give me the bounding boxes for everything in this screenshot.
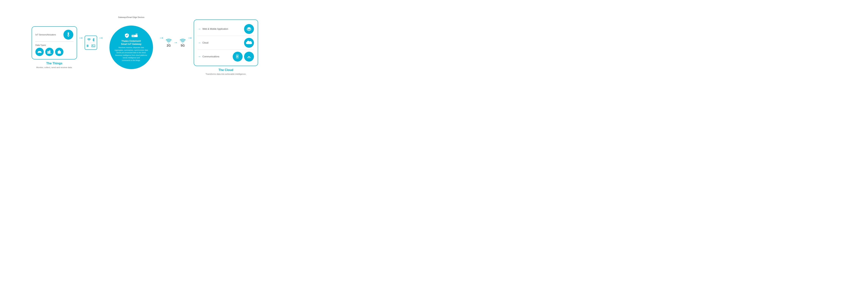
svg-point-38 <box>249 56 250 57</box>
comm-icon2 <box>244 52 254 62</box>
cloud-div2 <box>198 50 254 50</box>
data-types-icons <box>35 48 73 56</box>
cloud-section: → Web & Mobile Application → Clo <box>194 20 258 75</box>
module-row1 <box>87 38 95 42</box>
arrow-comm: → <box>198 55 201 58</box>
house-icon <box>55 48 63 56</box>
comm-icons <box>233 52 254 62</box>
gateway-module <box>85 36 97 50</box>
5g-badge: 5G <box>179 38 186 47</box>
svg-point-27 <box>133 36 134 36</box>
gateway-circle-container: Thales Cinterion®Smart IoT Gateway Recei… <box>106 23 156 72</box>
iot-diagram: IoT Sensors/Actuators Data Type <box>0 0 290 95</box>
2g-label: 2G <box>167 44 170 47</box>
cloud-div1 <box>198 36 254 36</box>
car-icon <box>35 48 44 56</box>
cloud-box: → Web & Mobile Application → Clo <box>194 20 258 66</box>
gw-icons <box>124 33 138 38</box>
cloud-row-comm: → Communications <box>198 50 254 63</box>
sensors-row: IoT Sensors/Actuators <box>35 30 73 39</box>
factory-icon <box>45 48 54 56</box>
svg-rect-20 <box>87 46 88 46</box>
sensor-label: IoT Sensors/Actuators <box>35 33 56 36</box>
svg-point-8 <box>38 53 39 53</box>
svg-point-26 <box>132 36 133 36</box>
svg-rect-11 <box>49 50 50 54</box>
things-title: The Things <box>46 62 62 65</box>
cloud-arrow-cloud: → Cloud <box>198 41 244 44</box>
network-section: 2G → 5G <box>165 38 186 47</box>
things-subtitle: Monitor, collect, send and receive data. <box>36 66 72 68</box>
web-label: Web & Mobile Application <box>203 28 244 30</box>
cloud-row-web: → Web & Mobile Application <box>198 23 254 35</box>
svg-rect-1 <box>68 33 69 35</box>
arrow-web: → <box>198 27 201 31</box>
svg-rect-21 <box>92 44 95 47</box>
svg-rect-19 <box>87 45 88 45</box>
cloud-row-cloud: → Cloud <box>198 36 254 49</box>
svg-rect-18 <box>87 45 88 47</box>
svg-marker-29 <box>247 27 251 29</box>
2g-badge: 2G <box>165 38 172 47</box>
comm-label: Communications <box>203 55 233 58</box>
5g-label: 5G <box>181 44 185 47</box>
svg-rect-12 <box>47 53 52 54</box>
cloud-icon <box>244 38 254 48</box>
gw-body: Receives massive, disparate data Aggrega… <box>114 46 148 62</box>
web-icon <box>244 24 254 34</box>
svg-rect-13 <box>48 52 48 52</box>
comm-icon1 <box>233 52 243 62</box>
svg-point-9 <box>40 53 41 53</box>
sensor-icon <box>63 30 73 39</box>
svg-rect-15 <box>50 51 50 52</box>
arrow-cloud: → <box>198 41 201 44</box>
cloud-arrow-comm: → Communications <box>198 55 233 58</box>
divider1 <box>35 41 73 42</box>
cloud-subtitle: Transforms data into actionable intellig… <box>206 73 246 75</box>
svg-rect-10 <box>48 51 49 54</box>
arrow2: → <box>98 35 103 60</box>
things-box: IoT Sensors/Actuators Data Type <box>32 26 77 59</box>
gw-title: Thales Cinterion®Smart IoT Gateway <box>121 40 142 45</box>
data-label: Data Types <box>35 44 46 46</box>
things-section: IoT Sensors/Actuators Data Type <box>32 26 77 68</box>
center-section: Thales Cinterion®Smart IoT Gateway Recei… <box>106 23 156 72</box>
arrow4: → <box>187 35 193 60</box>
svg-rect-14 <box>50 51 50 52</box>
network-arrow: → <box>174 40 178 45</box>
arrow1: → <box>78 35 84 60</box>
arrow3: → <box>159 35 164 60</box>
module-row2 <box>87 44 95 48</box>
gateway-top-label: Gateways/Smart Edge Devices <box>118 16 144 19</box>
svg-rect-17 <box>59 52 60 54</box>
gateway-circle: Thales Cinterion®Smart IoT Gateway Recei… <box>110 26 153 69</box>
svg-point-2 <box>68 35 69 36</box>
cloud-arrow-web: → Web & Mobile Application <box>198 27 244 31</box>
cloud-title: The Cloud <box>218 68 233 72</box>
svg-rect-0 <box>68 32 69 33</box>
cloud-label: Cloud <box>203 41 244 44</box>
